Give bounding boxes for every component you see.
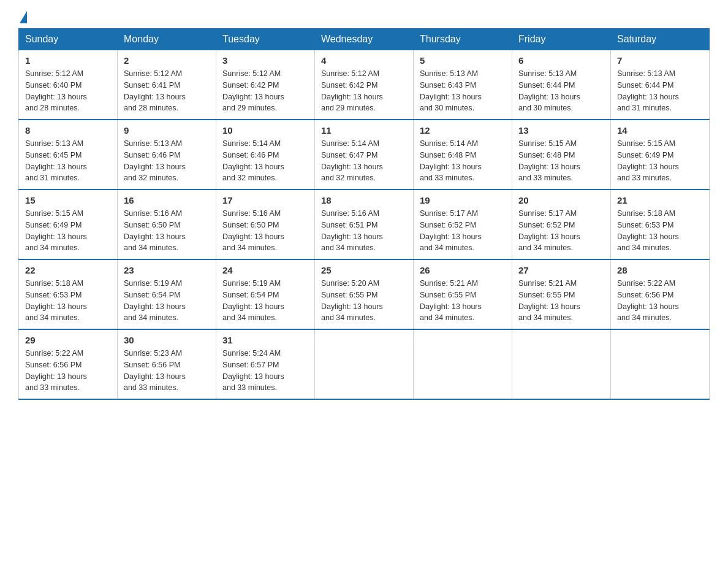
sunset-label: Sunset: 6:41 PM [124, 81, 180, 90]
daylight-minutes: and 33 minutes. [124, 383, 178, 392]
daylight-label: Daylight: 13 hours [321, 163, 383, 171]
daylight-label: Daylight: 13 hours [518, 93, 580, 101]
sunrise-label: Sunrise: 5:24 AM [222, 349, 281, 358]
day-info: Sunrise: 5:22 AM Sunset: 6:56 PM Dayligh… [25, 348, 111, 394]
sunrise-label: Sunrise: 5:16 AM [321, 209, 379, 218]
daylight-minutes: and 32 minutes. [222, 174, 277, 182]
day-number: 6 [518, 55, 604, 66]
sunrise-label: Sunrise: 5:13 AM [518, 69, 577, 78]
calendar-cell: 9 Sunrise: 5:13 AM Sunset: 6:46 PM Dayli… [118, 120, 216, 190]
daylight-label: Daylight: 13 hours [518, 302, 580, 311]
calendar-cell [611, 329, 710, 399]
day-number: 24 [222, 265, 308, 275]
day-number: 1 [25, 55, 111, 66]
sunrise-label: Sunrise: 5:19 AM [124, 279, 182, 288]
sunset-label: Sunset: 6:50 PM [124, 221, 180, 229]
day-number: 25 [321, 265, 407, 275]
sunrise-label: Sunrise: 5:15 AM [617, 139, 675, 148]
sunset-label: Sunset: 6:45 PM [25, 151, 82, 159]
day-number: 22 [25, 265, 111, 275]
day-number: 15 [25, 195, 111, 205]
header-cell-friday: Friday [512, 29, 611, 50]
day-number: 14 [617, 125, 703, 136]
calendar-cell: 5 Sunrise: 5:13 AM Sunset: 6:43 PM Dayli… [414, 50, 512, 120]
calendar-cell: 19 Sunrise: 5:17 AM Sunset: 6:52 PM Dayl… [414, 190, 512, 259]
day-number: 7 [617, 55, 703, 66]
sunset-label: Sunset: 6:52 PM [420, 221, 476, 229]
daylight-label: Daylight: 13 hours [124, 163, 186, 171]
calendar-cell: 29 Sunrise: 5:22 AM Sunset: 6:56 PM Dayl… [19, 329, 118, 399]
day-number: 8 [25, 125, 111, 136]
sunrise-label: Sunrise: 5:16 AM [222, 209, 281, 218]
daylight-label: Daylight: 13 hours [617, 232, 679, 241]
calendar-body: 1 Sunrise: 5:12 AM Sunset: 6:40 PM Dayli… [19, 50, 710, 400]
daylight-label: Daylight: 13 hours [222, 302, 284, 311]
sunrise-label: Sunrise: 5:14 AM [321, 139, 379, 148]
day-info: Sunrise: 5:12 AM Sunset: 6:42 PM Dayligh… [222, 68, 308, 114]
day-number: 31 [222, 335, 308, 345]
day-number: 18 [321, 195, 407, 205]
sunrise-label: Sunrise: 5:14 AM [420, 139, 478, 148]
daylight-minutes: and 34 minutes. [222, 313, 277, 322]
day-info: Sunrise: 5:12 AM Sunset: 6:42 PM Dayligh… [321, 68, 407, 114]
day-info: Sunrise: 5:13 AM Sunset: 6:45 PM Dayligh… [25, 138, 111, 184]
sunrise-label: Sunrise: 5:22 AM [25, 349, 83, 358]
daylight-label: Daylight: 13 hours [420, 93, 482, 101]
day-info: Sunrise: 5:14 AM Sunset: 6:46 PM Dayligh… [222, 138, 308, 184]
calendar-cell: 14 Sunrise: 5:15 AM Sunset: 6:49 PM Dayl… [611, 120, 710, 190]
calendar-cell: 8 Sunrise: 5:13 AM Sunset: 6:45 PM Dayli… [19, 120, 118, 190]
header-cell-monday: Monday [118, 29, 216, 50]
day-info: Sunrise: 5:12 AM Sunset: 6:40 PM Dayligh… [25, 68, 111, 114]
daylight-minutes: and 34 minutes. [420, 243, 474, 252]
day-info: Sunrise: 5:24 AM Sunset: 6:57 PM Dayligh… [222, 348, 308, 394]
daylight-label: Daylight: 13 hours [25, 93, 87, 101]
sunset-label: Sunset: 6:56 PM [124, 361, 180, 369]
day-number: 26 [420, 265, 506, 275]
daylight-minutes: and 34 minutes. [617, 313, 672, 322]
day-info: Sunrise: 5:22 AM Sunset: 6:56 PM Dayligh… [617, 278, 703, 324]
week-row-2: 8 Sunrise: 5:13 AM Sunset: 6:45 PM Dayli… [19, 120, 710, 190]
day-info: Sunrise: 5:15 AM Sunset: 6:48 PM Dayligh… [518, 138, 604, 184]
header-cell-wednesday: Wednesday [315, 29, 414, 50]
sunrise-label: Sunrise: 5:18 AM [617, 209, 675, 218]
calendar-header: SundayMondayTuesdayWednesdayThursdayFrid… [19, 29, 710, 50]
daylight-label: Daylight: 13 hours [25, 302, 87, 311]
sunrise-label: Sunrise: 5:20 AM [321, 279, 379, 288]
calendar-cell: 10 Sunrise: 5:14 AM Sunset: 6:46 PM Dayl… [216, 120, 315, 190]
sunrise-label: Sunrise: 5:12 AM [222, 69, 281, 78]
sunset-label: Sunset: 6:49 PM [25, 221, 82, 229]
sunrise-label: Sunrise: 5:15 AM [25, 209, 83, 218]
day-info: Sunrise: 5:21 AM Sunset: 6:55 PM Dayligh… [420, 278, 506, 324]
sunset-label: Sunset: 6:53 PM [617, 221, 673, 229]
header-cell-tuesday: Tuesday [216, 29, 315, 50]
sunrise-label: Sunrise: 5:13 AM [25, 139, 83, 148]
sunset-label: Sunset: 6:46 PM [222, 151, 279, 159]
sunrise-label: Sunrise: 5:21 AM [518, 279, 577, 288]
page-header [18, 12, 710, 22]
week-row-4: 22 Sunrise: 5:18 AM Sunset: 6:53 PM Dayl… [19, 259, 710, 329]
sunset-label: Sunset: 6:42 PM [222, 81, 279, 90]
calendar-cell: 25 Sunrise: 5:20 AM Sunset: 6:55 PM Dayl… [315, 259, 414, 329]
day-number: 19 [420, 195, 506, 205]
daylight-minutes: and 30 minutes. [420, 104, 474, 112]
calendar-cell: 6 Sunrise: 5:13 AM Sunset: 6:44 PM Dayli… [512, 50, 611, 120]
daylight-label: Daylight: 13 hours [321, 232, 383, 241]
daylight-minutes: and 34 minutes. [124, 313, 178, 322]
day-info: Sunrise: 5:16 AM Sunset: 6:51 PM Dayligh… [321, 208, 407, 254]
daylight-minutes: and 34 minutes. [124, 243, 178, 252]
sunset-label: Sunset: 6:51 PM [321, 221, 377, 229]
daylight-label: Daylight: 13 hours [420, 302, 482, 311]
calendar-cell: 16 Sunrise: 5:16 AM Sunset: 6:50 PM Dayl… [118, 190, 216, 259]
daylight-minutes: and 34 minutes. [25, 243, 80, 252]
day-number: 5 [420, 55, 506, 66]
calendar-cell: 13 Sunrise: 5:15 AM Sunset: 6:48 PM Dayl… [512, 120, 611, 190]
sunrise-label: Sunrise: 5:23 AM [124, 349, 182, 358]
sunrise-label: Sunrise: 5:13 AM [124, 139, 182, 148]
sunset-label: Sunset: 6:56 PM [617, 291, 673, 299]
daylight-minutes: and 29 minutes. [222, 104, 277, 112]
day-number: 4 [321, 55, 407, 66]
sunset-label: Sunset: 6:44 PM [617, 81, 673, 90]
daylight-minutes: and 33 minutes. [420, 174, 474, 182]
header-cell-thursday: Thursday [414, 29, 512, 50]
daylight-label: Daylight: 13 hours [222, 372, 284, 381]
